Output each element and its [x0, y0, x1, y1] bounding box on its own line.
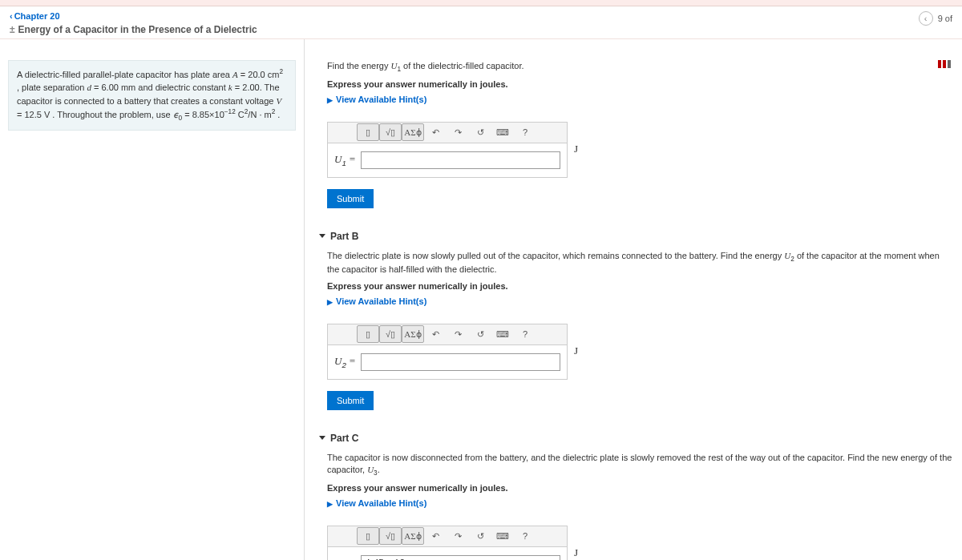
- sqrt-icon[interactable]: √▯: [379, 527, 402, 545]
- part-b-variable-label: U2 =: [334, 355, 356, 369]
- part-c-prompt: The capacitor is now disconnected from t…: [327, 452, 952, 478]
- part-a-submit-button[interactable]: Submit: [327, 189, 374, 208]
- problem-statement: A dielectric-filled parallel-plate capac…: [8, 60, 296, 131]
- part-b-toolbar: ▯ √▯ ΑΣϕ ↶ ↷ ↺ ⌨ ?: [328, 324, 567, 345]
- content-area: A dielectric-filled parallel-plate capac…: [0, 39, 962, 560]
- keyboard-icon[interactable]: ⌨: [491, 325, 514, 343]
- keyboard-icon[interactable]: ⌨: [491, 527, 514, 545]
- redo-icon[interactable]: ↷: [447, 527, 469, 545]
- redo-icon[interactable]: ↷: [447, 325, 469, 343]
- prev-item-button[interactable]: ‹: [919, 11, 933, 26]
- caret-down-icon: [319, 436, 325, 440]
- part-c-unit: J: [574, 546, 587, 559]
- part-b-unit: J: [574, 344, 587, 357]
- redo-icon[interactable]: ↷: [447, 123, 469, 141]
- help-icon[interactable]: ?: [514, 527, 536, 545]
- part-c-instructions: Express your answer numerically in joule…: [327, 483, 952, 493]
- part-c-variable-label: U3 =: [334, 557, 356, 560]
- problem-pane: A dielectric-filled parallel-plate capac…: [0, 39, 305, 560]
- undo-icon[interactable]: ↶: [424, 325, 447, 343]
- part-b-hints-link[interactable]: View Available Hint(s): [327, 296, 426, 306]
- part-a-answer-input[interactable]: [361, 151, 560, 169]
- templates-icon[interactable]: ▯: [357, 325, 379, 343]
- part-a-hints-link[interactable]: View Available Hint(s): [327, 95, 426, 104]
- part-a-variable-label: U1 =: [334, 153, 356, 167]
- nav-bar: Chapter 20 Energy of a Capacitor in the …: [0, 6, 962, 39]
- part-c-answer-box: ▯ √▯ ΑΣϕ ↶ ↷ ↺ ⌨ ? U3 =: [327, 526, 568, 560]
- greek-icon[interactable]: ΑΣϕ: [402, 527, 424, 545]
- part-b-prompt: The dielectric plate is now slowly pulle…: [327, 250, 952, 276]
- part-c-hints-link[interactable]: View Available Hint(s): [327, 498, 426, 508]
- part-c-answer-input[interactable]: [361, 555, 560, 560]
- breadcrumb-chapter[interactable]: Chapter 20: [10, 11, 257, 21]
- progress-text: 9 of: [938, 14, 952, 23]
- help-icon[interactable]: ?: [514, 123, 536, 141]
- assignment-title[interactable]: Energy of a Capacitor in the Presence of…: [10, 24, 257, 35]
- part-b-header[interactable]: Part B: [319, 231, 952, 242]
- part-a-instructions: Express your answer numerically in joule…: [327, 79, 952, 89]
- caret-down-icon: [319, 234, 325, 238]
- templates-icon[interactable]: ▯: [357, 123, 379, 141]
- part-b-answer-input[interactable]: [361, 353, 560, 371]
- sqrt-icon[interactable]: √▯: [379, 123, 402, 141]
- templates-icon[interactable]: ▯: [357, 527, 379, 545]
- nav-progress: ‹ 9 of: [919, 11, 952, 26]
- keyboard-icon[interactable]: ⌨: [491, 123, 514, 141]
- greek-icon[interactable]: ΑΣϕ: [402, 123, 424, 141]
- reset-icon[interactable]: ↺: [469, 325, 491, 343]
- part-a-toolbar: ▯ √▯ ΑΣϕ ↶ ↷ ↺ ⌨ ?: [328, 123, 567, 143]
- part-c: Part C The capacitor is now disconnected…: [327, 433, 952, 560]
- part-c-toolbar: ▯ √▯ ΑΣϕ ↶ ↷ ↺ ⌨ ?: [328, 526, 567, 547]
- part-c-header[interactable]: Part C: [319, 433, 952, 444]
- reset-icon[interactable]: ↺: [469, 123, 491, 141]
- top-strip: [0, 0, 962, 6]
- part-b-instructions: Express your answer numerically in joule…: [327, 281, 952, 291]
- part-b: Part B The dielectric plate is now slowl…: [327, 231, 952, 410]
- part-a-unit: J: [574, 143, 587, 155]
- part-b-submit-button[interactable]: Submit: [327, 391, 374, 410]
- greek-icon[interactable]: ΑΣϕ: [402, 325, 424, 343]
- undo-icon[interactable]: ↶: [424, 123, 447, 141]
- reset-icon[interactable]: ↺: [469, 527, 491, 545]
- undo-icon[interactable]: ↶: [424, 527, 447, 545]
- part-a: Find the energy U1 of the dielectric-fil…: [327, 60, 952, 208]
- help-icon[interactable]: ?: [514, 325, 536, 343]
- part-b-answer-box: ▯ √▯ ΑΣϕ ↶ ↷ ↺ ⌨ ? U2 =: [327, 324, 568, 380]
- answer-pane: Find the energy U1 of the dielectric-fil…: [305, 39, 962, 560]
- part-a-prompt: Find the energy U1 of the dielectric-fil…: [327, 60, 952, 75]
- review-flag-icon[interactable]: [938, 60, 951, 68]
- part-a-answer-box: ▯ √▯ ΑΣϕ ↶ ↷ ↺ ⌨ ? U1 =: [327, 122, 568, 178]
- sqrt-icon[interactable]: √▯: [379, 325, 402, 343]
